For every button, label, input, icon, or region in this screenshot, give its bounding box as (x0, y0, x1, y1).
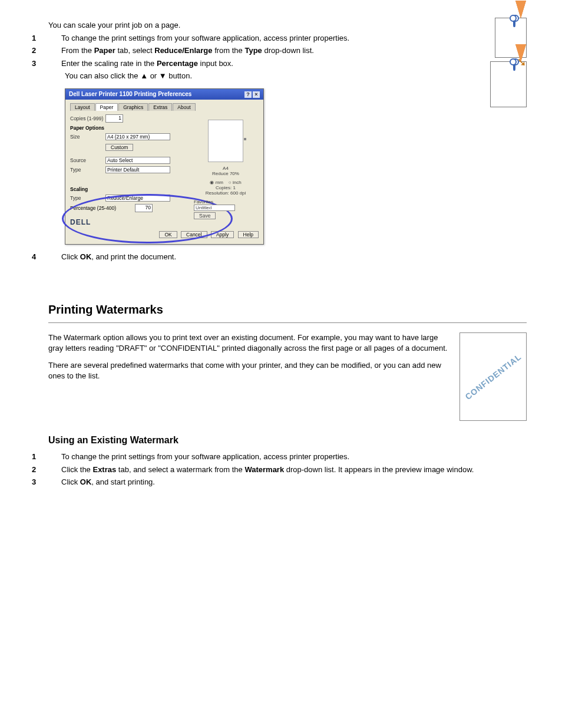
paper-type-select[interactable]: Printer Default (105, 166, 170, 173)
ok-button[interactable]: OK (159, 231, 177, 238)
window-buttons: ?× (243, 91, 260, 98)
preview-size: A4 (194, 166, 257, 171)
step-2: 2From the Paper tab, select Reduce/Enlar… (65, 45, 527, 56)
tab-extras[interactable]: Extras (148, 103, 172, 111)
preview-page (208, 120, 243, 162)
size-label: Size (70, 134, 105, 140)
unit-mm[interactable]: ◉ mm (210, 180, 223, 185)
apply-button[interactable]: Apply (211, 231, 234, 238)
scaling-type-select[interactable]: Reduce/Enlarge (105, 195, 170, 202)
favorites-label: Favorites (194, 199, 257, 205)
watermark-text: CONFIDENTIAL (463, 352, 523, 401)
printing-preferences-dialog: Dell Laser Printer 1100 Printing Prefere… (65, 88, 264, 245)
percentage-label: Percentage (25-400) (70, 205, 135, 211)
watermark-paragraph-2: There are several predefined watermarks … (48, 360, 527, 381)
dialog-tabs: Layout Paper Graphics Extras About (70, 103, 259, 111)
tab-about[interactable]: About (173, 103, 195, 111)
favorites-select[interactable]: Untitled (194, 205, 235, 211)
favorites-save-button[interactable]: Save (194, 212, 216, 219)
preview-res-info: Resolution: 600 dpi (194, 190, 257, 196)
help-icon[interactable]: ? (244, 91, 252, 98)
scaling-type-label: Type (70, 195, 105, 201)
tab-paper[interactable]: Paper (95, 103, 118, 111)
dialog-titlebar: Dell Laser Printer 1100 Printing Prefere… (65, 89, 263, 100)
custom-size-button[interactable]: Custom (105, 144, 133, 151)
wm-step-3: 3Click OK, and start printing. (65, 477, 527, 487)
preview-scale: Reduce 70% (194, 171, 257, 176)
watermarks-heading: Printing Watermarks (48, 303, 527, 317)
unit-inch[interactable]: ○ inch (229, 180, 242, 185)
source-select[interactable]: Auto Select (105, 157, 170, 164)
wm-step-1: 1To change the print settings from your … (65, 452, 527, 462)
help-button[interactable]: Help (238, 231, 259, 238)
size-select[interactable]: A4 (210 x 297 mm) (105, 133, 170, 140)
paper-options-header: Paper Options (70, 125, 104, 131)
step-3-sub: You can also click the ▲ or ▼ button. (65, 71, 527, 81)
cancel-button[interactable]: Cancel (181, 231, 207, 238)
section-divider (48, 322, 527, 323)
preview-copies-info: Copies: 1 (194, 185, 257, 190)
step-1: 1To change the print settings from your … (65, 33, 527, 44)
wm-step-2: 2Click the Extras tab, and select a wate… (65, 465, 527, 475)
copies-input[interactable]: 1 (105, 114, 123, 123)
dialog-title-text: Dell Laser Printer 1100 Printing Prefere… (69, 91, 191, 98)
reduce-enlarge-illustration: ➘ (476, 18, 527, 107)
close-icon[interactable]: × (253, 91, 260, 98)
copies-label: Copies (1-999) (70, 116, 105, 121)
paper-type-label: Type (70, 167, 105, 173)
watermark-thumbnail: CONFIDENTIAL (459, 332, 527, 421)
after-thumb (490, 61, 527, 107)
tab-layout[interactable]: Layout (70, 103, 95, 111)
tab-graphics[interactable]: Graphics (118, 103, 148, 111)
percentage-input[interactable]: 70 (135, 204, 153, 212)
step-4: 4Click OK, and print the document. (65, 252, 527, 262)
watermark-paragraph-1: The Watermark option allows you to print… (48, 332, 527, 353)
preview-pane: A4 Reduce 70% ◉ mm ○ inch Copies: 1 Reso… (194, 120, 257, 220)
source-label: Source (70, 157, 105, 163)
scaling-header: Scaling (70, 186, 88, 192)
dialog-button-row: OK Cancel Apply Help (70, 230, 259, 239)
intro-paragraph: You can scale your print job on a page. (48, 20, 527, 31)
existing-watermark-heading: Using an Existing Watermark (48, 435, 527, 446)
step-3: 3Enter the scaling rate in the Percentag… (65, 58, 527, 69)
